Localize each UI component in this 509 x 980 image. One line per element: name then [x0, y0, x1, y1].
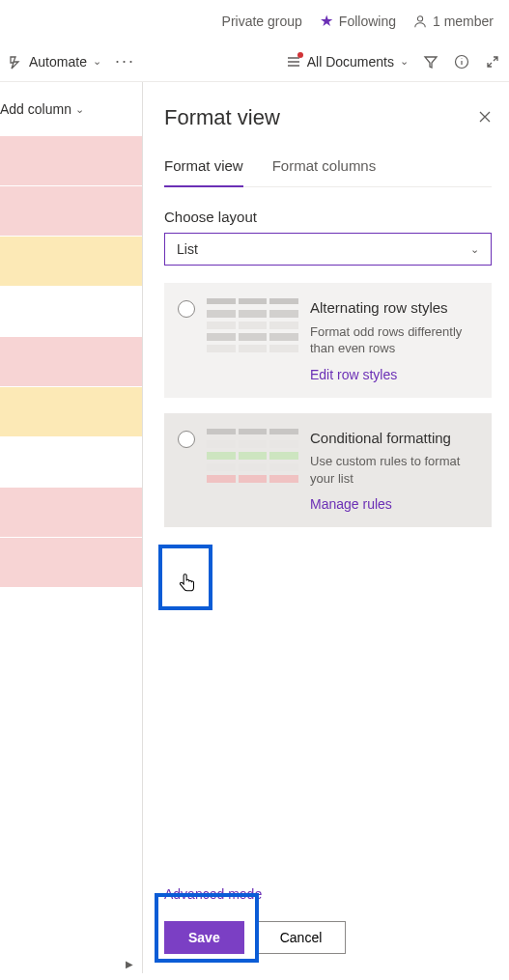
radio-conditional[interactable]: [178, 431, 195, 448]
close-panel-button[interactable]: [478, 108, 492, 128]
expand-button[interactable]: [484, 53, 501, 70]
list-row[interactable]: [0, 488, 142, 538]
views-label: All Documents: [307, 54, 394, 70]
views-selector[interactable]: All Documents ⌄: [286, 54, 409, 70]
cancel-button[interactable]: Cancel: [256, 921, 347, 954]
list-row[interactable]: [0, 186, 142, 237]
svg-point-0: [417, 15, 422, 20]
list-row[interactable]: [0, 237, 142, 287]
chevron-down-icon: ⌄: [470, 243, 479, 256]
layout-dropdown[interactable]: List ⌄: [164, 233, 492, 266]
expand-icon: [485, 54, 500, 70]
save-button[interactable]: Save: [164, 921, 244, 954]
more-actions-button[interactable]: ···: [115, 51, 135, 71]
info-button[interactable]: [453, 53, 470, 70]
members-button[interactable]: 1 member: [413, 14, 494, 29]
layout-value: List: [177, 241, 198, 257]
option-desc: Format odd rows differently than even ro…: [310, 323, 478, 357]
group-type-label: Private group: [222, 14, 302, 29]
panel-title: Format view: [164, 105, 280, 130]
option-desc: Use custom rules to format your list: [310, 453, 478, 487]
edit-row-styles-link[interactable]: Edit row styles: [310, 367, 478, 382]
chevron-down-icon: ⌄: [75, 103, 84, 116]
person-icon: [413, 14, 427, 28]
list-row[interactable]: [0, 588, 142, 638]
advanced-mode-link[interactable]: Advanced mode: [164, 886, 492, 902]
notification-dot-icon: [297, 52, 303, 58]
manage-rules-link[interactable]: Manage rules: [310, 496, 478, 512]
thumbnail-conditional: [207, 429, 298, 487]
tab-format-view[interactable]: Format view: [164, 157, 243, 187]
list-row[interactable]: [0, 387, 142, 437]
filter-button[interactable]: [422, 53, 439, 70]
chevron-down-icon: ⌄: [93, 55, 101, 68]
list-row[interactable]: [0, 538, 142, 588]
chevron-down-icon: ⌄: [400, 55, 409, 68]
flow-icon: [8, 54, 23, 70]
radio-alternating[interactable]: [178, 300, 195, 318]
choose-layout-label: Choose layout: [164, 209, 492, 225]
thumbnail-alternating: [207, 298, 298, 356]
scroll-right-icon[interactable]: ▶: [126, 959, 133, 969]
following-label: Following: [339, 14, 396, 29]
tab-format-columns[interactable]: Format columns: [272, 157, 377, 186]
following-button[interactable]: ★ Following: [320, 12, 396, 30]
option-title: Conditional formatting: [310, 429, 478, 448]
automate-button[interactable]: Automate ⌄: [8, 54, 101, 70]
add-column-button[interactable]: Add column ⌄: [0, 82, 142, 136]
option-conditional-formatting[interactable]: Conditional formatting Use custom rules …: [164, 413, 492, 528]
cursor-hand-icon: [177, 573, 198, 596]
option-alternating-rows[interactable]: Alternating row styles Format odd rows d…: [164, 283, 492, 398]
list-row[interactable]: [0, 136, 142, 186]
member-count: 1 member: [433, 14, 494, 29]
info-icon: [454, 54, 469, 70]
add-column-label: Add column: [0, 101, 71, 117]
filter-icon: [423, 54, 438, 70]
close-icon: [478, 110, 492, 124]
list-row[interactable]: [0, 287, 142, 337]
automate-label: Automate: [29, 54, 87, 70]
star-icon: ★: [320, 12, 333, 30]
list-row[interactable]: [0, 337, 142, 387]
option-title: Alternating row styles: [310, 298, 478, 318]
list-row[interactable]: [0, 437, 142, 488]
